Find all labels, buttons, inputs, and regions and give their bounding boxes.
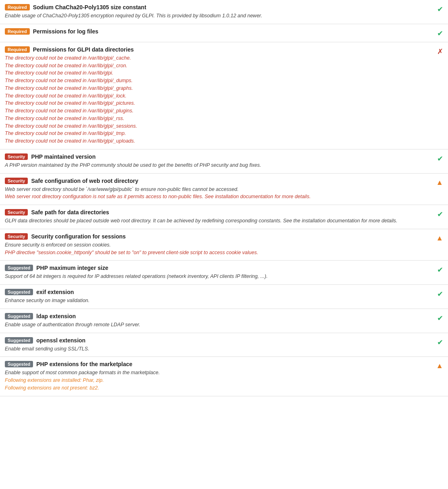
badge-required: Required xyxy=(5,4,30,10)
badge-suggested: Suggested xyxy=(5,361,33,367)
badge-security: Security xyxy=(5,233,28,240)
table-row: Suggestedexif extensionEnhance security … xyxy=(0,285,448,309)
item-content: RequiredPermissions for GLPI data direct… xyxy=(5,46,437,145)
check-icon: ✔ xyxy=(437,266,443,274)
table-row: SecuritySafe configuration of web root d… xyxy=(0,174,448,205)
item-error: The directory could not be created in /v… xyxy=(5,92,429,100)
badge-required: Required xyxy=(5,28,30,35)
check-icon: ✔ xyxy=(437,155,443,163)
item-title: PHP maximum integer size xyxy=(36,265,108,271)
item-description: Enable support of most common package fo… xyxy=(5,369,428,377)
item-title: Security configuration for sessions xyxy=(31,233,126,240)
check-icon: ✔ xyxy=(437,338,443,346)
item-title-row: RequiredPermissions for log files xyxy=(5,28,429,35)
item-title-row: SecuritySecurity configuration for sessi… xyxy=(5,233,428,240)
item-title: ldap extension xyxy=(36,313,76,319)
item-title: exif extension xyxy=(36,289,74,295)
table-row: RequiredSodium ChaCha20-Poly1305 size co… xyxy=(0,0,448,24)
item-title-row: Suggestedopenssl extension xyxy=(5,337,429,344)
item-error: Web server root directory configuration … xyxy=(5,193,428,201)
item-title-row: RequiredSodium ChaCha20-Poly1305 size co… xyxy=(5,4,429,10)
check-icon: ✔ xyxy=(437,5,443,13)
item-content: RequiredPermissions for log files xyxy=(5,28,437,36)
badge-security: Security xyxy=(5,178,28,184)
status-icon: ▲ xyxy=(436,362,443,370)
item-description: Enhance security on image validation. xyxy=(5,297,429,305)
status-icon: ✔ xyxy=(437,5,443,14)
warning-icon: ▲ xyxy=(436,234,443,242)
item-content: SecuritySafe configuration of web root d… xyxy=(5,178,436,201)
item-title: Permissions for log files xyxy=(33,28,99,35)
status-icon: ▲ xyxy=(436,178,443,187)
status-icon: ✔ xyxy=(437,314,443,323)
badge-security: Security xyxy=(5,209,28,215)
item-description: Ensure security is enforced on session c… xyxy=(5,241,428,249)
item-description: Support of 64 bit integers is required f… xyxy=(5,273,429,280)
item-description: Enable usage of ChaCha20-Poly1305 encryp… xyxy=(5,12,429,20)
badge-suggested: Suggested xyxy=(5,337,33,344)
status-icon: ✔ xyxy=(437,338,443,347)
item-content: SuggestedPHP maximum integer sizeSupport… xyxy=(5,265,437,280)
table-row: SuggestedPHP maximum integer sizeSupport… xyxy=(0,261,448,285)
item-content: SecuritySecurity configuration for sessi… xyxy=(5,233,436,257)
item-description: Enable usage of authentication through r… xyxy=(5,321,429,329)
status-icon: ✔ xyxy=(437,210,443,219)
badge-required: Required xyxy=(5,46,30,53)
table-row: SuggestedPHP extensions for the marketpl… xyxy=(0,357,448,396)
item-content: Suggestedopenssl extensionEnable email s… xyxy=(5,337,437,353)
item-error: The directory could not be created in /v… xyxy=(5,85,429,92)
badge-security: Security xyxy=(5,153,28,160)
check-icon: ✔ xyxy=(437,290,443,298)
item-title-row: SecuritySafe configuration of web root d… xyxy=(5,178,428,184)
table-row: SecurityPHP maintained versionA PHP vers… xyxy=(0,149,448,174)
item-content: SecuritySafe path for data directoriesGL… xyxy=(5,209,437,225)
table-row: SecuritySecurity configuration for sessi… xyxy=(0,229,448,261)
item-error: The directory could not be created in /v… xyxy=(5,122,429,130)
item-error: The directory could not be created in /v… xyxy=(5,137,429,145)
badge-suggested: Suggested xyxy=(5,289,33,295)
table-row: Suggestedldap extensionEnable usage of a… xyxy=(0,309,448,333)
item-description: A PHP version maintained by the PHP comm… xyxy=(5,162,429,169)
item-title: Safe configuration of web root directory xyxy=(31,178,138,184)
item-description: Enable email sending using SSL/TLS. xyxy=(5,345,429,353)
status-icon: ✔ xyxy=(437,29,443,38)
item-content: SuggestedPHP extensions for the marketpl… xyxy=(5,361,436,392)
table-row: SecuritySafe path for data directoriesGL… xyxy=(0,205,448,229)
item-description: GLPI data directories should be placed o… xyxy=(5,217,429,225)
item-error: The directory could not be created in /v… xyxy=(5,77,429,85)
table-row: RequiredPermissions for GLPI data direct… xyxy=(0,42,448,149)
item-title-row: Suggestedldap extension xyxy=(5,313,429,319)
check-icon: ✔ xyxy=(437,210,443,218)
item-error: The directory could not be created in /v… xyxy=(5,62,429,70)
cross-icon: ✗ xyxy=(437,48,443,56)
check-list: RequiredSodium ChaCha20-Poly1305 size co… xyxy=(0,0,448,396)
item-title: Sodium ChaCha20-Poly1305 size constant xyxy=(33,4,147,10)
warning-icon: ▲ xyxy=(436,362,443,370)
warning-icon: ▲ xyxy=(436,178,443,186)
item-error: PHP directive "session.cookie_httponly" … xyxy=(5,249,428,257)
check-icon: ✔ xyxy=(437,314,443,322)
item-title-row: RequiredPermissions for GLPI data direct… xyxy=(5,46,429,53)
status-icon: ✔ xyxy=(437,290,443,298)
table-row: Suggestedopenssl extensionEnable email s… xyxy=(0,333,448,357)
item-warning: Following extensions are installed: Phar… xyxy=(5,377,428,384)
item-warning: Following extensions are not present: bz… xyxy=(5,384,428,392)
status-icon: ✔ xyxy=(437,265,443,274)
check-icon: ✔ xyxy=(437,29,443,37)
item-content: Suggestedexif extensionEnhance security … xyxy=(5,289,437,305)
item-title-row: SecurityPHP maintained version xyxy=(5,153,429,160)
badge-suggested: Suggested xyxy=(5,265,33,271)
item-error: The directory could not be created in /v… xyxy=(5,130,429,137)
item-title: PHP maintained version xyxy=(31,153,95,160)
item-content: Suggestedldap extensionEnable usage of a… xyxy=(5,313,437,329)
item-title: PHP extensions for the marketplace xyxy=(36,361,132,367)
item-error: The directory could not be created in /v… xyxy=(5,54,429,62)
status-icon: ✔ xyxy=(437,154,443,163)
item-title: Safe path for data directories xyxy=(31,209,109,215)
item-error: The directory could not be created in /v… xyxy=(5,69,429,77)
status-icon: ✗ xyxy=(437,47,443,56)
item-description: Web server root directory should be `/va… xyxy=(5,186,428,193)
item-content: RequiredSodium ChaCha20-Poly1305 size co… xyxy=(5,4,437,20)
item-title: openssl extension xyxy=(36,337,85,344)
table-row: RequiredPermissions for log files✔ xyxy=(0,24,448,42)
